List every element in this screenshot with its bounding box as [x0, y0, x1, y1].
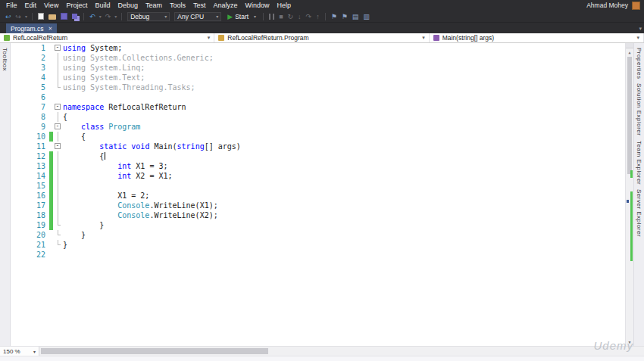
menu-tools[interactable]: Tools	[166, 2, 189, 9]
breakpoint-margin[interactable]	[11, 53, 22, 63]
fold-margin[interactable]	[53, 132, 63, 142]
collapse-icon[interactable]: -	[55, 104, 61, 110]
menu-debug[interactable]: Debug	[114, 2, 142, 9]
tab-program-cs[interactable]: Program.cs ✕	[6, 23, 57, 33]
platform-dropdown[interactable]: Any CPU▾	[174, 12, 221, 21]
breakpoint-margin[interactable]	[11, 132, 22, 142]
breakpoint-margin[interactable]	[11, 161, 22, 171]
show-properties-icon[interactable]: ▥	[361, 13, 371, 20]
side-tab-toolbox[interactable]: Toolbox	[2, 48, 8, 71]
undo-dropdown-icon[interactable]: ▾	[98, 13, 102, 20]
code-editor[interactable]: 1-using System;2using System.Collections…	[11, 43, 633, 346]
step-out-icon[interactable]: ↑	[314, 13, 321, 20]
fold-margin[interactable]	[53, 73, 63, 82]
fold-margin[interactable]: -	[53, 43, 63, 53]
next-bookmark-icon[interactable]: ⚑	[340, 13, 349, 20]
breakpoint-margin[interactable]	[11, 102, 22, 112]
fold-margin[interactable]	[53, 191, 63, 201]
new-file-icon[interactable]	[38, 13, 44, 20]
breakpoint-margin[interactable]	[11, 82, 22, 92]
fold-margin[interactable]	[53, 151, 63, 161]
zoom-control[interactable]: 150 % ▾	[0, 347, 39, 356]
breadcrumb-item-2[interactable]: Main(string[] args)▾	[430, 33, 644, 42]
breakpoint-margin[interactable]	[11, 201, 22, 210]
vertical-scrollbar[interactable]: ▲ ▼	[625, 43, 633, 346]
step-over-icon[interactable]: ↷	[305, 13, 314, 20]
fold-margin[interactable]	[53, 230, 63, 240]
menu-window[interactable]: Window	[242, 2, 274, 9]
fold-margin[interactable]	[53, 53, 63, 63]
fold-margin[interactable]: -	[53, 102, 63, 112]
menu-build[interactable]: Build	[91, 2, 114, 9]
breadcrumb-item-0[interactable]: RefLocalRefReturn▾	[0, 33, 214, 42]
pause-icon[interactable]	[269, 14, 274, 20]
collapse-icon[interactable]: -	[55, 45, 61, 51]
breakpoint-margin[interactable]	[11, 191, 22, 201]
breakpoint-margin[interactable]	[11, 151, 22, 161]
fold-margin[interactable]	[53, 250, 63, 260]
fold-margin[interactable]	[53, 63, 63, 73]
code-area[interactable]: 1-using System;2using System.Collections…	[11, 43, 625, 346]
configuration-dropdown[interactable]: Debug▾	[127, 12, 170, 21]
nav-backward-icon[interactable]: ↩	[4, 13, 13, 20]
collapse-icon[interactable]: -	[55, 123, 61, 129]
scroll-down-icon[interactable]: ▼	[626, 338, 633, 346]
breakpoint-margin[interactable]	[11, 230, 22, 240]
fold-margin[interactable]	[53, 240, 63, 250]
menu-test[interactable]: Test	[189, 2, 210, 9]
save-all-icon[interactable]	[72, 14, 77, 19]
save-icon[interactable]	[61, 13, 67, 20]
menu-project[interactable]: Project	[62, 2, 91, 9]
breakpoint-margin[interactable]	[11, 122, 22, 132]
horizontal-scrollbar[interactable]	[39, 347, 644, 356]
breakpoint-margin[interactable]	[11, 210, 22, 220]
stop-icon[interactable]: ■	[277, 13, 284, 20]
show-output-icon[interactable]: ▤	[351, 13, 361, 20]
side-tab-team-explorer[interactable]: Team Explorer	[636, 141, 642, 185]
undo-icon[interactable]: ↶	[88, 13, 97, 20]
fold-margin[interactable]	[53, 171, 63, 181]
fold-margin[interactable]	[53, 201, 63, 210]
menu-file[interactable]: File	[2, 2, 21, 9]
nav-forward-icon[interactable]: ↪	[14, 13, 23, 20]
breakpoint-margin[interactable]	[11, 181, 22, 191]
step-into-icon[interactable]: ↓	[296, 13, 303, 20]
user-avatar[interactable]	[632, 2, 640, 10]
side-tab-properties[interactable]: Properties	[636, 48, 642, 79]
menu-help[interactable]: Help	[274, 2, 295, 9]
scrollbar-thumb[interactable]	[627, 57, 632, 174]
scroll-up-icon[interactable]: ▲	[626, 48, 633, 56]
menu-team[interactable]: Team	[142, 2, 166, 9]
redo-dropdown-icon[interactable]: ▾	[114, 13, 117, 20]
breakpoint-margin[interactable]	[11, 92, 22, 102]
fold-margin[interactable]: -	[53, 142, 63, 151]
collapse-icon[interactable]: -	[55, 143, 61, 149]
fold-margin[interactable]	[53, 210, 63, 220]
fold-margin[interactable]: -	[53, 122, 63, 132]
bookmark-icon[interactable]: ⚑	[330, 13, 339, 20]
fold-margin[interactable]	[53, 112, 63, 122]
menu-edit[interactable]: Edit	[21, 2, 41, 9]
breakpoint-margin[interactable]	[11, 171, 22, 181]
splitter-handle[interactable]	[626, 43, 633, 48]
breakpoint-margin[interactable]	[11, 250, 22, 260]
breakpoint-margin[interactable]	[11, 43, 22, 53]
user-name[interactable]: Ahmad Mohey	[586, 2, 632, 9]
open-file-icon[interactable]	[48, 14, 56, 20]
breakpoint-margin[interactable]	[11, 240, 22, 250]
breakpoint-margin[interactable]	[11, 220, 22, 230]
fold-margin[interactable]	[53, 181, 63, 191]
close-icon[interactable]: ✕	[48, 26, 52, 32]
breadcrumb-item-1[interactable]: RefLocalRefReturn.Program▾	[214, 33, 429, 42]
fold-margin[interactable]	[53, 220, 63, 230]
horizontal-scrollbar-thumb[interactable]	[41, 348, 268, 354]
breakpoint-margin[interactable]	[11, 142, 22, 151]
fold-margin[interactable]	[53, 82, 63, 92]
start-debugging-button[interactable]: ▶Start▾	[224, 13, 259, 20]
menu-view[interactable]: View	[40, 2, 62, 9]
restart-icon[interactable]: ↻	[286, 13, 295, 20]
redo-icon[interactable]: ↷	[104, 13, 113, 20]
fold-margin[interactable]	[53, 92, 63, 102]
nav-dropdown-icon[interactable]: ▾	[24, 13, 28, 20]
breakpoint-margin[interactable]	[11, 73, 22, 82]
